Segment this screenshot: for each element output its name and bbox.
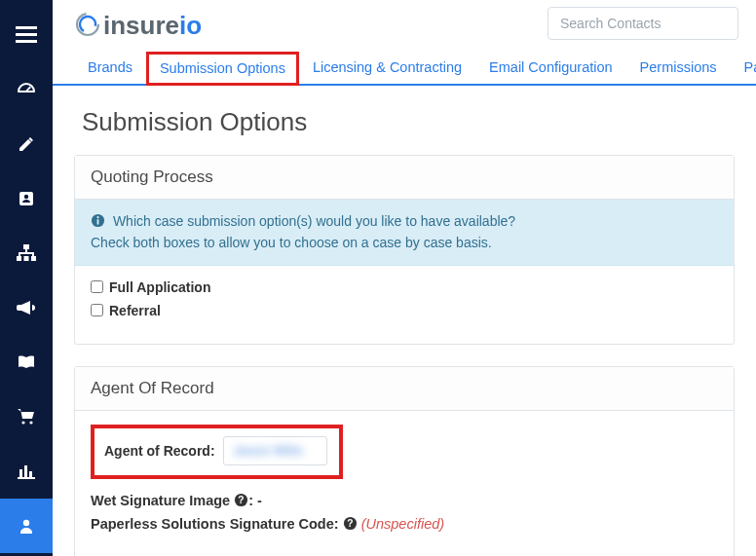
wet-signature-row: Wet Signature Image ? : - [91, 493, 718, 508]
topbar: insureio [53, 0, 756, 47]
panel-body-quoting: Full Application Referral [75, 266, 734, 344]
sidebar-item-profile[interactable] [0, 499, 53, 553]
svg-rect-17 [19, 469, 22, 477]
id-card-icon [18, 190, 35, 207]
aor-label: Agent of Record: [104, 443, 215, 459]
svg-point-14 [21, 421, 24, 424]
tabs: Brands Submission Options Licensing & Co… [53, 47, 756, 86]
sidebar-item-contacts[interactable] [0, 171, 53, 226]
aor-field[interactable]: Jason Wills [223, 436, 327, 465]
svg-point-5 [24, 195, 28, 199]
help-icon[interactable]: ? [343, 516, 358, 531]
logo-swirl-icon [74, 11, 101, 38]
checkbox-full-application[interactable] [91, 280, 103, 293]
sidebar-item-dashboard[interactable] [0, 62, 53, 117]
tab-payments[interactable]: Pay [731, 51, 756, 84]
info-line-1: Which case submission option(s) would yo… [113, 213, 515, 229]
book-icon [18, 354, 35, 370]
paperless-label: Paperless Solutions Signature Code: [91, 516, 339, 532]
panel-info-quoting: Which case submission option(s) would yo… [75, 200, 734, 266]
svg-text:?: ? [239, 495, 245, 505]
svg-text:?: ? [347, 518, 353, 529]
checkbox-referral[interactable] [91, 304, 103, 316]
logo-text-main: insure [103, 11, 179, 41]
svg-rect-8 [24, 256, 29, 261]
label-referral: Referral [109, 303, 161, 318]
hamburger-icon [16, 26, 37, 44]
aor-highlight-box: Agent of Record: Jason Wills [91, 425, 343, 479]
svg-rect-12 [19, 253, 20, 257]
wet-signature-value: : - [248, 493, 262, 508]
gauge-icon [17, 80, 36, 99]
svg-rect-1 [16, 33, 37, 36]
svg-point-24 [96, 216, 98, 218]
paperless-value: (Unspecified) [361, 516, 444, 532]
tab-email-config[interactable]: Email Configuration [475, 51, 626, 84]
bar-chart-icon [18, 463, 35, 479]
svg-rect-6 [23, 244, 29, 249]
panel-header-aor: Agent Of Record [75, 367, 734, 411]
logo[interactable]: insureio [74, 7, 202, 41]
sitemap-icon [17, 244, 36, 262]
search-wrap [548, 7, 738, 40]
tab-brands[interactable]: Brands [74, 51, 146, 84]
info-icon [91, 213, 105, 233]
pencil-icon [18, 135, 35, 153]
page-title: Submission Options [53, 86, 756, 155]
sidebar-item-marketing[interactable] [0, 280, 53, 335]
menu-toggle[interactable] [0, 8, 53, 62]
sidebar-item-cart[interactable] [0, 389, 53, 444]
tab-permissions[interactable]: Permissions [626, 51, 731, 84]
wet-signature-label: Wet Signature Image [91, 493, 230, 508]
paperless-row: Paperless Solutions Signature Code: ? (U… [91, 516, 718, 532]
logo-text-accent: io [179, 11, 202, 41]
svg-point-20 [23, 520, 29, 526]
sidebar-item-hierarchy[interactable] [0, 226, 53, 280]
tab-licensing[interactable]: Licensing & Contracting [299, 51, 475, 84]
svg-rect-19 [29, 471, 32, 477]
label-full-application: Full Application [109, 279, 210, 295]
svg-rect-13 [32, 253, 34, 257]
search-input[interactable] [548, 7, 738, 40]
sidebar-item-reports[interactable] [0, 444, 53, 499]
sidebar [0, 0, 53, 556]
svg-rect-11 [19, 252, 34, 254]
help-icon[interactable]: ? [234, 493, 248, 507]
panel-body-aor: Agent of Record: Jason Wills Wet Signatu… [75, 411, 734, 556]
svg-rect-25 [97, 219, 99, 225]
svg-rect-2 [16, 40, 37, 43]
panel-header-quoting: Quoting Process [75, 156, 734, 200]
user-icon [18, 517, 35, 535]
sidebar-item-edit[interactable] [0, 117, 53, 171]
aor-value-blurred: Jason Wills [234, 443, 303, 458]
sidebar-item-library[interactable] [0, 335, 53, 389]
cart-icon [17, 408, 36, 426]
bullhorn-icon [17, 299, 36, 316]
svg-rect-18 [24, 465, 27, 477]
main-content: insureio Brands Submission Options Licen… [53, 0, 756, 556]
tab-submission-options[interactable]: Submission Options [146, 52, 299, 86]
info-line-2: Check both boxes to allow you to choose … [91, 235, 492, 250]
panel-quoting-process: Quoting Process Which case submission op… [74, 155, 735, 345]
svg-rect-0 [16, 26, 37, 29]
svg-point-15 [29, 421, 32, 424]
panel-agent-of-record: Agent Of Record Agent of Record: Jason W… [74, 366, 735, 556]
svg-rect-16 [18, 477, 35, 479]
